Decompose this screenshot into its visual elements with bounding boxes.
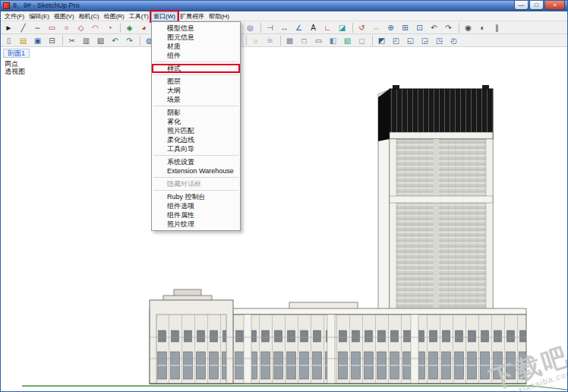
menu-item-model-info[interactable]: 模型信息 bbox=[152, 24, 240, 33]
menu-item-scenes[interactable]: 场景 bbox=[152, 95, 240, 104]
tool-open-icon[interactable]: ▤ bbox=[17, 35, 30, 46]
toolbar-separator bbox=[280, 36, 281, 46]
camera-label-line1: 两点 bbox=[5, 60, 25, 68]
tool-xray-icon[interactable]: ▩ bbox=[283, 35, 296, 46]
tool-left-view-icon[interactable]: ◴ bbox=[447, 35, 460, 46]
tool-arc-icon[interactable]: ◠ bbox=[89, 22, 102, 33]
menubar-item-extensions[interactable]: 扩展程序 bbox=[178, 11, 207, 21]
tool-monochrome-icon[interactable]: ◻ bbox=[355, 35, 368, 46]
tool-make-component-icon[interactable]: ◈ bbox=[123, 22, 136, 33]
menu-item-materials[interactable]: 材质 bbox=[152, 42, 240, 51]
menu-item-component-attributes[interactable]: 组件属性 bbox=[152, 210, 240, 220]
tool-back-view-icon[interactable]: ◳ bbox=[433, 35, 446, 46]
menu-item-instructor[interactable]: 工具向导 bbox=[152, 144, 240, 153]
menu-item-ruby-console[interactable]: Ruby 控制台 bbox=[152, 192, 240, 201]
menubar-item-tools[interactable]: 工具(T) bbox=[127, 11, 151, 21]
tool-tape-measure-icon[interactable]: ⊣ bbox=[263, 22, 276, 33]
close-button[interactable]: × bbox=[544, 1, 565, 10]
tool-paint-bucket-icon[interactable]: ◕ bbox=[137, 22, 150, 33]
menu-item-fog[interactable]: 雾化 bbox=[152, 117, 240, 126]
camera-label-line2: 透视图 bbox=[5, 68, 25, 75]
tool-zoom-icon[interactable]: ⊕ bbox=[384, 22, 397, 33]
tool-dimension-icon[interactable]: ↔ bbox=[278, 22, 291, 33]
tool-text-icon[interactable]: A bbox=[307, 22, 320, 33]
toolbar-separator bbox=[372, 36, 373, 46]
tool-position-camera-icon[interactable]: ◉ bbox=[462, 22, 475, 33]
titlebar: 8、9# - SketchUp Pro —□× bbox=[1, 1, 567, 11]
menu-item-outliner[interactable]: 大纲 bbox=[152, 86, 240, 95]
tool-orbit-icon[interactable]: ↺ bbox=[355, 22, 368, 33]
menu-item-preferences[interactable]: 系统设置 bbox=[152, 157, 240, 166]
tool-shaded-textures-icon[interactable]: ▧ bbox=[341, 35, 354, 46]
tool-circle-icon[interactable]: ○ bbox=[60, 22, 73, 33]
tool-pie-icon[interactable]: ◔ bbox=[103, 22, 116, 33]
tool-zoom-window-icon[interactable]: ⊞ bbox=[399, 22, 412, 33]
tool-shadows-icon[interactable]: ☼ bbox=[249, 35, 262, 46]
maximize-button[interactable]: □ bbox=[529, 1, 544, 10]
tool-redo-icon[interactable]: ↷ bbox=[123, 35, 136, 46]
tool-shaded-icon[interactable]: ◧ bbox=[327, 35, 339, 46]
toolbar-separator bbox=[62, 36, 63, 46]
tool-top-view-icon[interactable]: ◰ bbox=[390, 35, 402, 46]
tool-freehand-icon[interactable]: ∼ bbox=[31, 22, 44, 33]
drawing-canvas[interactable]: 剖面1 两点 透视图 下载吧 www.xiazaiba.com bbox=[1, 47, 568, 392]
tool-walk-icon[interactable]: ∥ bbox=[491, 22, 503, 33]
tool-look-around-icon[interactable]: ◐ bbox=[476, 22, 489, 33]
tool-fog-icon[interactable]: ≋ bbox=[263, 35, 276, 46]
menubar: 文件(F)编辑(E)视图(V)相机(C)绘图(R)工具(T)窗口(W)扩展程序帮… bbox=[1, 11, 567, 21]
tool-hidden-line-icon[interactable]: ▭ bbox=[312, 35, 325, 46]
menu-item-styles[interactable]: 样式 bbox=[152, 64, 240, 73]
tool-rectangle-icon[interactable]: ▭ bbox=[46, 22, 58, 33]
menubar-item-draw[interactable]: 绘图(R) bbox=[102, 11, 127, 21]
tool-new-icon[interactable]: ▯ bbox=[2, 35, 15, 46]
toolbar-separator bbox=[246, 36, 247, 46]
tool-print-icon[interactable]: ⊟ bbox=[46, 35, 58, 46]
menubar-item-help[interactable]: 帮助(H) bbox=[207, 11, 232, 21]
menu-separator bbox=[153, 106, 238, 106]
tool-zoom-extents-icon[interactable]: ⊡ bbox=[413, 22, 426, 33]
menu-item-soften-edges[interactable]: 柔化边线 bbox=[152, 135, 240, 144]
tool-undo-icon[interactable]: ↶ bbox=[109, 35, 121, 46]
menu-item-component-options[interactable]: 组件选项 bbox=[152, 201, 240, 210]
menu-item-components[interactable]: 组件 bbox=[152, 51, 240, 60]
tool-cut-icon[interactable]: ✂ bbox=[65, 35, 78, 46]
menu-item-entity-info[interactable]: 图元信息 bbox=[152, 33, 240, 42]
menu-item-match-photo[interactable]: 照片匹配 bbox=[152, 126, 240, 135]
tool-copy-icon[interactable]: ▥ bbox=[80, 35, 93, 46]
tool-wireframe-icon[interactable]: □ bbox=[298, 35, 311, 46]
tool-save-icon[interactable]: ▣ bbox=[31, 35, 44, 46]
window-menu-dropdown: 模型信息图元信息材质组件样式图层大纲场景阴影雾化照片匹配柔化边线工具向导系统设置… bbox=[151, 21, 241, 231]
menubar-item-file[interactable]: 文件(F) bbox=[2, 11, 27, 21]
menubar-item-edit[interactable]: 编辑(E) bbox=[27, 11, 52, 21]
tool-line-icon[interactable]: ╱ bbox=[17, 22, 30, 33]
menu-separator bbox=[153, 155, 238, 156]
tool-paste-icon[interactable]: ▧ bbox=[94, 35, 107, 46]
tool-iso-view-icon[interactable]: ◩ bbox=[375, 35, 388, 46]
menubar-item-camera[interactable]: 相机(C) bbox=[77, 11, 102, 21]
scene-tab[interactable]: 剖面1 bbox=[3, 49, 30, 58]
menu-item-shadows[interactable]: 阴影 bbox=[152, 108, 240, 117]
menubar-item-window[interactable]: 窗口(W) bbox=[151, 11, 178, 21]
minimize-button[interactable]: — bbox=[514, 1, 529, 10]
ground-line bbox=[22, 386, 567, 390]
menu-item-layers[interactable]: 图层 bbox=[152, 77, 240, 86]
toolbar-row-2: ▯▤▣⊟✂▥▧↶↷◍◉◩◈▨≡▦☼≋▩□▭◧▧◻◩◰◱◲◳◴ bbox=[1, 34, 567, 47]
tool-axes-icon[interactable]: ∟ bbox=[321, 22, 334, 33]
tool-next-view-icon[interactable]: ↷ bbox=[442, 22, 455, 33]
window-controls: —□× bbox=[513, 1, 565, 10]
toolbar-separator bbox=[352, 23, 353, 33]
tool-previous-view-icon[interactable]: ↶ bbox=[428, 22, 440, 33]
tool-front-view-icon[interactable]: ◱ bbox=[404, 35, 417, 46]
menu-item-hide-dialogs: 隐藏对话框 bbox=[152, 179, 240, 188]
menubar-item-view[interactable]: 视图(V) bbox=[52, 11, 77, 21]
tower bbox=[378, 85, 493, 331]
tool-polygon-icon[interactable]: ◇ bbox=[74, 22, 87, 33]
tool-select-icon[interactable]: ► bbox=[2, 22, 15, 33]
tool-pan-icon[interactable]: ⇔ bbox=[370, 22, 383, 33]
tool-offset-icon[interactable]: ◎ bbox=[244, 22, 257, 33]
menu-item-extension-warehouse[interactable]: Extension Warehouse bbox=[152, 166, 240, 175]
menu-item-photo-textures[interactable]: 照片纹理 bbox=[152, 220, 240, 229]
tool-section-plane-icon[interactable]: ◪ bbox=[336, 22, 349, 33]
tool-right-view-icon[interactable]: ◲ bbox=[418, 35, 431, 46]
tool-protractor-icon[interactable]: ∠ bbox=[292, 22, 305, 33]
